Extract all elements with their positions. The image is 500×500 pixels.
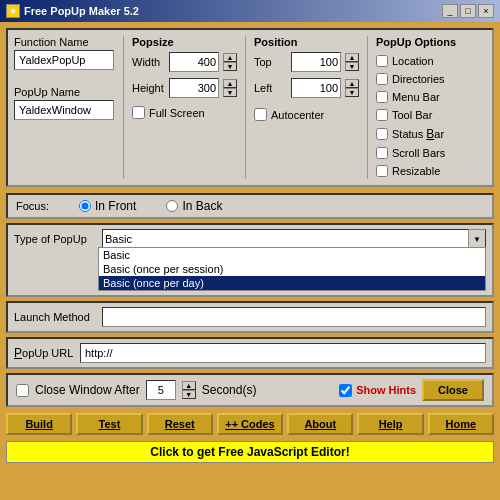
about-button[interactable]: About xyxy=(287,413,353,435)
focus-in-back-label: In Back xyxy=(182,199,222,213)
menubar-label: Menu Bar xyxy=(392,91,440,103)
height-spinner-arrows: ▲ ▼ xyxy=(223,79,237,97)
location-checkbox[interactable] xyxy=(376,55,388,67)
seconds-label: Second(s) xyxy=(202,383,257,397)
minimize-button[interactable]: _ xyxy=(442,4,458,18)
top-down-arrow[interactable]: ▼ xyxy=(345,62,359,71)
popup-name-input[interactable] xyxy=(14,100,114,120)
type-select-container: ▼ xyxy=(102,229,486,249)
popup-name-label: PopUp Name xyxy=(14,86,115,98)
option-scrollbars: Scroll Bars xyxy=(376,147,486,159)
test-button[interactable]: Test xyxy=(76,413,142,435)
toolbar: Build Test Reset ++ Codes About Help Hom… xyxy=(6,411,494,437)
codes-button[interactable]: ++ Codes xyxy=(217,413,283,435)
close-window-button[interactable]: × xyxy=(478,4,494,18)
left-spinner-arrows: ▲ ▼ xyxy=(345,79,359,97)
location-label: Location xyxy=(392,55,434,67)
dropdown-item-once-day[interactable]: Basic (once per day) xyxy=(99,276,485,290)
position-title: Position xyxy=(254,36,359,48)
width-row: Width ▲ ▼ xyxy=(132,52,237,72)
left-up-arrow[interactable]: ▲ xyxy=(345,79,359,88)
option-toolbar: Tool Bar xyxy=(376,109,486,121)
height-input[interactable] xyxy=(169,78,219,98)
width-input[interactable] xyxy=(169,52,219,72)
toolbar-checkbox[interactable] xyxy=(376,109,388,121)
top-up-arrow[interactable]: ▲ xyxy=(345,53,359,62)
focus-in-front-label: In Front xyxy=(95,199,136,213)
statusbar-label: Status Bar xyxy=(392,127,444,141)
toolbar-label: Tool Bar xyxy=(392,109,432,121)
dropdown-item-basic[interactable]: Basic xyxy=(99,248,485,262)
home-button[interactable]: Home xyxy=(428,413,494,435)
show-hints-row: Show Hints xyxy=(339,384,416,397)
focus-in-back-group: In Back xyxy=(166,199,222,213)
popup-url-input[interactable] xyxy=(80,343,486,363)
scrollbars-checkbox[interactable] xyxy=(376,147,388,159)
type-popup-label: Type of PopUp xyxy=(14,233,94,245)
top-row: Top ▲ ▼ xyxy=(254,52,359,72)
top-panel: Function Name PopUp Name Popsize Width ▲… xyxy=(6,28,494,187)
function-name-input[interactable] xyxy=(14,50,114,70)
left-label: Left xyxy=(254,82,287,94)
height-row: Height ▲ ▼ xyxy=(132,78,237,98)
left-row: Left ▲ ▼ xyxy=(254,78,359,98)
seconds-down-arrow[interactable]: ▼ xyxy=(182,390,196,399)
type-dropdown-list: Basic Basic (once per session) Basic (on… xyxy=(98,247,486,291)
height-up-arrow[interactable]: ▲ xyxy=(223,79,237,88)
statusbar-checkbox[interactable] xyxy=(376,128,388,140)
launch-method-input[interactable] xyxy=(102,307,486,327)
focus-in-back-radio[interactable] xyxy=(166,200,178,212)
popup-name-group: PopUp Name xyxy=(14,86,115,120)
width-down-arrow[interactable]: ▼ xyxy=(223,62,237,71)
show-hints-label: Show Hints xyxy=(356,384,416,396)
maximize-button[interactable]: □ xyxy=(460,4,476,18)
popsize-title: Popsize xyxy=(132,36,237,48)
reset-button[interactable]: Reset xyxy=(147,413,213,435)
option-location: Location xyxy=(376,55,486,67)
popup-url-label: PopUp URL xyxy=(14,346,74,360)
popup-url-row: PopUp URL xyxy=(6,337,494,369)
popup-options-section: PopUp Options Location Directories Menu … xyxy=(376,36,486,179)
close-button[interactable]: Close xyxy=(422,379,484,401)
full-screen-row: Full Screen xyxy=(132,106,237,119)
top-spinner-arrows: ▲ ▼ xyxy=(345,53,359,71)
focus-row: Focus: In Front In Back xyxy=(6,193,494,219)
show-hints-checkbox[interactable] xyxy=(339,384,352,397)
left-input[interactable] xyxy=(291,78,341,98)
option-statusbar: Status Bar xyxy=(376,127,486,141)
scrollbars-label: Scroll Bars xyxy=(392,147,445,159)
directories-label: Directories xyxy=(392,73,445,85)
type-popup-container: Type of PopUp ▼ Basic Basic (once per se… xyxy=(6,223,494,297)
title-text: Free PopUp Maker 5.2 xyxy=(24,5,139,17)
focus-in-front-group: In Front xyxy=(79,199,136,213)
type-input[interactable] xyxy=(102,229,486,249)
function-name-group: Function Name xyxy=(14,36,115,70)
option-menubar: Menu Bar xyxy=(376,91,486,103)
show-hints-close-section: Show Hints Close xyxy=(339,379,484,401)
build-button[interactable]: Build xyxy=(6,413,72,435)
menubar-checkbox[interactable] xyxy=(376,91,388,103)
close-window-checkbox[interactable] xyxy=(16,384,29,397)
full-screen-checkbox[interactable] xyxy=(132,106,145,119)
function-name-label: Function Name xyxy=(14,36,115,48)
top-input[interactable] xyxy=(291,52,341,72)
help-button[interactable]: Help xyxy=(357,413,423,435)
seconds-input[interactable] xyxy=(146,380,176,400)
bottom-bar[interactable]: Click to get Free JavaScript Editor! xyxy=(6,441,494,463)
seconds-up-arrow[interactable]: ▲ xyxy=(182,381,196,390)
focus-label: Focus: xyxy=(16,200,49,212)
position-section: Position Top ▲ ▼ Left ▲ ▼ Autocenter xyxy=(254,36,368,179)
focus-in-front-radio[interactable] xyxy=(79,200,91,212)
resizable-label: Resizable xyxy=(392,165,440,177)
width-up-arrow[interactable]: ▲ xyxy=(223,53,237,62)
resizable-checkbox[interactable] xyxy=(376,165,388,177)
left-down-arrow[interactable]: ▼ xyxy=(345,88,359,97)
dropdown-item-once-session[interactable]: Basic (once per session) xyxy=(99,262,485,276)
full-screen-label: Full Screen xyxy=(149,107,205,119)
launch-method-row: Launch Method xyxy=(6,301,494,333)
autocenter-checkbox[interactable] xyxy=(254,108,267,121)
height-down-arrow[interactable]: ▼ xyxy=(223,88,237,97)
width-spinner-arrows: ▲ ▼ xyxy=(223,53,237,71)
close-window-section: Close Window After ▲ ▼ Second(s) xyxy=(16,380,256,400)
directories-checkbox[interactable] xyxy=(376,73,388,85)
